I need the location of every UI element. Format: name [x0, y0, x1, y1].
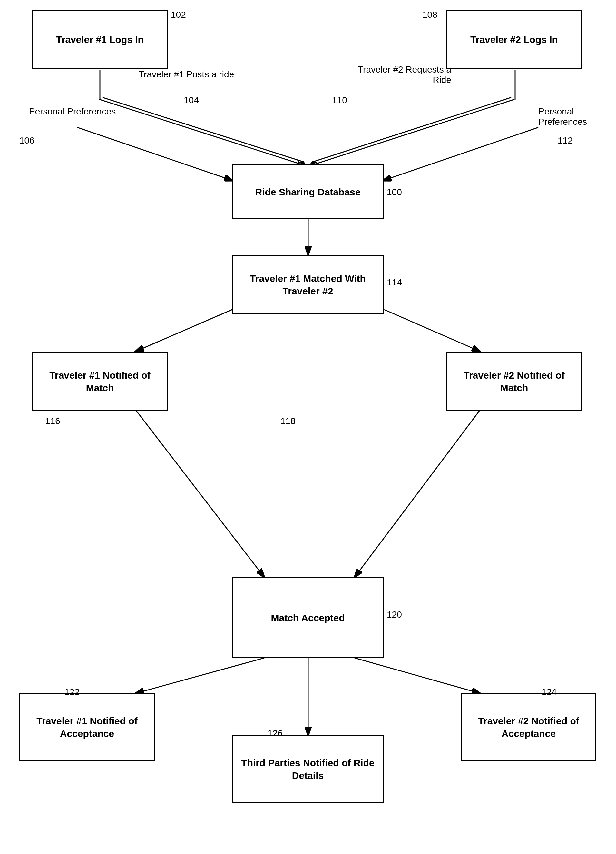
t1-notified-accept-label: Traveler #1 Notified of Acceptance: [24, 715, 151, 740]
svg-line-7: [313, 98, 511, 162]
ref-102: 102: [171, 10, 186, 20]
ref-106: 106: [19, 136, 35, 146]
svg-line-2: [99, 99, 300, 164]
t2-personal-prefs-label: Personal Preferences: [538, 107, 616, 127]
t1-personal-prefs-label: Personal Preferences: [29, 107, 116, 117]
svg-line-6: [316, 99, 514, 164]
ref-108: 108: [422, 10, 437, 20]
ref-118: 118: [280, 416, 296, 426]
ref-126: 126: [268, 728, 283, 738]
t2-notified-match-box: Traveler #2 Notified of Match: [446, 352, 582, 411]
svg-line-3: [102, 98, 304, 162]
third-parties-label: Third Parties Notified of Ride Details: [236, 756, 379, 782]
ref-124: 124: [541, 687, 557, 697]
flowchart-diagram: Traveler #1 Logs In 102 Traveler #2 Logs…: [0, 0, 616, 854]
traveler1-login-label: Traveler #1 Logs In: [56, 33, 144, 46]
matched-box: Traveler #1 Matched With Traveler #2: [232, 255, 383, 314]
match-accepted-box: Match Accepted: [232, 577, 383, 658]
ref-116: 116: [45, 416, 60, 426]
traveler2-login-label: Traveler #2 Logs In: [470, 33, 558, 46]
ref-112: 112: [558, 136, 573, 146]
traveler2-login-box: Traveler #2 Logs In: [446, 10, 582, 69]
ref-110: 110: [332, 95, 347, 105]
ref-114: 114: [387, 278, 402, 288]
t2-requests-label: Traveler #2 Requests a Ride: [354, 64, 451, 85]
svg-line-12: [135, 310, 232, 352]
t2-notified-accept-label: Traveler #2 Notified of Acceptance: [465, 715, 592, 740]
ref-104: 104: [184, 95, 199, 105]
t1-notified-match-box: Traveler #1 Notified of Match: [32, 352, 167, 411]
t1-notified-match-label: Traveler #1 Notified of Match: [37, 369, 163, 394]
t1-posts-label: Traveler #1 Posts a ride: [138, 69, 234, 80]
match-accepted-label: Match Accepted: [271, 612, 345, 624]
ride-sharing-db-label: Ride Sharing Database: [255, 186, 361, 198]
t2-notified-accept-box: Traveler #2 Notified of Acceptance: [461, 693, 596, 761]
svg-line-18: [354, 658, 480, 693]
svg-line-9: [78, 127, 233, 181]
traveler1-login-box: Traveler #1 Logs In: [32, 10, 167, 69]
third-parties-box: Third Parties Notified of Ride Details: [232, 735, 383, 803]
ref-100: 100: [387, 187, 402, 197]
t1-notified-accept-box: Traveler #1 Notified of Acceptance: [19, 693, 155, 761]
matched-label: Traveler #1 Matched With Traveler #2: [236, 272, 379, 297]
ref-122: 122: [64, 687, 80, 697]
svg-line-16: [135, 658, 264, 693]
svg-line-10: [383, 127, 538, 181]
ride-sharing-db-box: Ride Sharing Database: [232, 165, 383, 219]
svg-line-14: [135, 410, 264, 577]
ref-120: 120: [387, 610, 402, 620]
t2-notified-match-label: Traveler #2 Notified of Match: [451, 369, 578, 394]
svg-line-13: [384, 310, 480, 352]
svg-line-15: [354, 410, 480, 577]
